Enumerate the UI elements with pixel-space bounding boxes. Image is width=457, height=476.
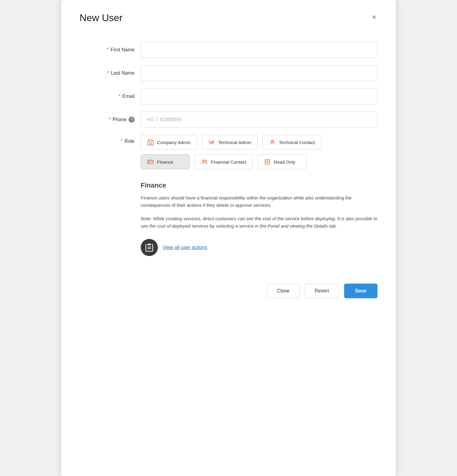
role-btn-technical-contact-label: Technical Contact (279, 140, 315, 145)
role-btn-company-admin[interactable]: Company Admin (141, 135, 197, 150)
technical-admin-icon (208, 139, 215, 146)
role-buttons-row-1: Company Admin Technical Admin (141, 135, 377, 150)
required-star: * (121, 139, 123, 144)
role-buttons-row-2: Finance Financial Contact (141, 154, 377, 169)
role-row: * Role (80, 135, 377, 169)
svg-rect-1 (149, 142, 150, 143)
last-name-input[interactable] (141, 65, 377, 81)
role-btn-finance-label: Finance (157, 159, 173, 165)
role-btn-financial-contact[interactable]: Financial Contact (195, 154, 253, 169)
svg-point-10 (205, 160, 207, 162)
svg-rect-2 (151, 142, 152, 143)
role-btn-finance[interactable]: Finance (141, 154, 190, 169)
svg-rect-4 (151, 143, 152, 144)
role-btn-technical-admin-label: Technical Admin (218, 140, 251, 145)
svg-point-5 (213, 141, 214, 142)
phone-label: * Phone ? (80, 117, 141, 123)
form-body: * First Name * Last Name * Email * (80, 42, 377, 256)
close-icon[interactable]: × (371, 12, 377, 22)
first-name-input[interactable] (141, 42, 377, 58)
svg-point-9 (203, 160, 205, 162)
svg-rect-3 (149, 143, 150, 144)
role-description-body: Finance users should have a financial re… (141, 194, 377, 209)
modal-title: New User (80, 12, 122, 24)
financial-contact-icon (201, 158, 208, 165)
role-btn-technical-contact[interactable]: Technical Contact (262, 135, 321, 150)
revert-button[interactable]: Revert (305, 284, 339, 298)
required-star: * (119, 94, 121, 99)
role-description-title: Finance (141, 181, 377, 189)
finance-icon (147, 158, 154, 165)
modal-footer: Close Revert Save (80, 274, 377, 298)
role-btn-company-admin-label: Company Admin (157, 140, 191, 145)
required-star: * (109, 117, 111, 122)
role-description-section: Finance Finance users should have a fina… (141, 177, 377, 256)
svg-rect-0 (148, 141, 153, 145)
last-name-row: * Last Name (80, 65, 377, 81)
read-only-icon (264, 158, 271, 165)
clipboard-icon (141, 239, 158, 256)
svg-rect-15 (148, 244, 151, 245)
close-button[interactable]: Close (267, 284, 300, 298)
role-btn-financial-contact-label: Financial Contact (211, 159, 246, 165)
company-admin-icon (147, 139, 154, 146)
svg-point-6 (271, 140, 273, 142)
email-label: * Email (80, 94, 141, 99)
role-buttons-container: Company Admin Technical Admin (141, 135, 377, 169)
modal-header: New User × (80, 12, 377, 24)
required-star: * (107, 47, 109, 53)
email-input[interactable] (141, 88, 377, 104)
view-actions-label: View all user actions (163, 245, 207, 250)
role-btn-read-only[interactable]: Read Only (258, 154, 307, 169)
role-btn-read-only-label: Read Only (274, 159, 295, 165)
required-star: * (107, 70, 109, 76)
role-label: * Role (80, 135, 141, 144)
email-row: * Email (80, 88, 377, 104)
first-name-row: * First Name (80, 42, 377, 58)
last-name-label: * Last Name (80, 70, 141, 76)
first-name-label: * First Name (80, 47, 141, 53)
svg-rect-8 (149, 162, 150, 163)
view-actions-link[interactable]: View all user actions (141, 239, 377, 256)
new-user-modal: New User × * First Name * Last Name * Em… (61, 0, 396, 476)
technical-contact-icon (269, 139, 276, 146)
role-btn-technical-admin[interactable]: Technical Admin (202, 135, 258, 150)
phone-row: * Phone ? (80, 112, 377, 128)
role-description-note: Note: While creating services, direct cu… (141, 215, 377, 230)
save-button[interactable]: Save (344, 284, 377, 298)
svg-rect-7 (148, 160, 153, 164)
phone-help-icon[interactable]: ? (128, 117, 135, 123)
phone-input[interactable] (141, 112, 377, 128)
